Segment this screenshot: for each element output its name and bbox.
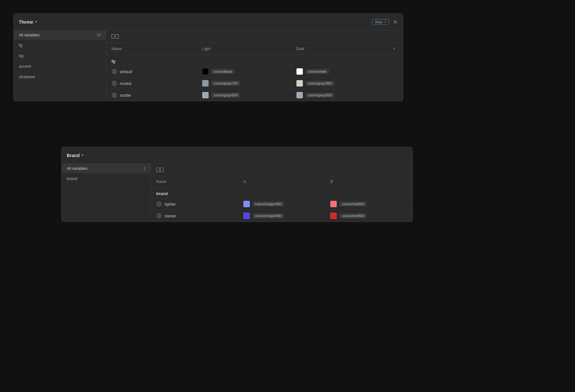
page-wrapper: Theme ▾ Beta ↗ ✕ All variables 10 fg (0, 0, 575, 392)
theme-table: Name Light Dark ＋ fg (106, 43, 403, 101)
brand-sidebar: All variables 2 brand (62, 164, 151, 222)
color-swatch (202, 68, 209, 75)
theme-all-variables-label: All variables (19, 33, 40, 37)
svg-point-0 (112, 69, 117, 74)
svg-point-8 (157, 214, 161, 218)
svg-point-9 (158, 215, 160, 217)
table-row: muted colors/gray/700 (106, 78, 403, 89)
external-link-icon: ↗ (384, 20, 386, 24)
color-tag: colors/indigo/400 (252, 201, 284, 207)
theme-subtle-dark[interactable]: colors/gray/500 (296, 92, 380, 98)
theme-default-dark[interactable]: colors/white (296, 68, 380, 75)
svg-point-2 (112, 81, 117, 86)
col-header-add[interactable]: ＋ (385, 43, 403, 55)
color-swatch (243, 213, 250, 219)
color-tag: colors/gray/700 (211, 81, 240, 86)
alias-icon (111, 80, 117, 86)
theme-default-light[interactable]: colors/black (202, 68, 286, 75)
beta-label: Beta (375, 20, 382, 24)
color-swatch (296, 92, 303, 98)
brand-table-area: Name A B brand (151, 164, 412, 222)
theme-title-text: Theme (19, 19, 33, 25)
var-name-muted: muted (111, 80, 192, 86)
sidebar-item-brand[interactable]: brand (62, 173, 151, 184)
color-swatch (202, 80, 209, 87)
color-tag: colors/black (211, 69, 235, 74)
color-tag: colors/gray/500 (305, 93, 334, 98)
svg-point-6 (157, 202, 161, 206)
table-row: default colors/black (106, 66, 403, 78)
sidebar-item-accent[interactable]: accent (14, 61, 106, 72)
var-name-default: default (111, 69, 192, 74)
color-swatch (202, 92, 209, 98)
theme-title: Theme ▾ (19, 19, 37, 25)
alias-icon (111, 69, 117, 74)
brand-col-header-name: Name (151, 176, 238, 187)
layout-toggle-icon[interactable] (111, 34, 119, 39)
var-name-darker: darker (156, 213, 233, 219)
brand-panel-header: Brand ▾ (62, 147, 412, 164)
brand-all-variables-row[interactable]: All variables 2 (62, 164, 151, 173)
col-header-dark: Dark (291, 43, 386, 55)
brand-lighter-a[interactable]: colors/indigo/400 (243, 201, 320, 207)
alias-icon (111, 92, 117, 98)
table-row: lighter colors/indigo/400 (151, 198, 412, 210)
theme-close-button[interactable]: ✕ (393, 19, 398, 25)
theme-group-fg: fg (106, 55, 403, 66)
var-name-lighter: lighter (156, 201, 233, 207)
theme-panel: Theme ▾ Beta ↗ ✕ All variables 10 fg (13, 13, 403, 101)
sidebar-item-shadows[interactable]: shadows (14, 72, 106, 82)
sidebar-item-bg[interactable]: bg (14, 50, 106, 61)
color-swatch (296, 68, 303, 75)
col-header-light: Light (197, 43, 291, 55)
color-tag: colors/red/400 (339, 201, 367, 207)
theme-panel-header: Theme ▾ Beta ↗ ✕ (14, 14, 403, 30)
beta-badge: Beta ↗ (372, 19, 389, 25)
brand-title: Brand ▾ (67, 153, 83, 158)
color-tag: colors/red/600 (339, 213, 367, 218)
theme-table-area: Name Light Dark ＋ fg (106, 30, 403, 101)
color-tag: colors/gray/500 (211, 93, 240, 98)
color-swatch (296, 80, 303, 87)
brand-lighter-b[interactable]: colors/red/400 (330, 201, 407, 207)
color-tag: colors/gray/300 (305, 81, 334, 86)
brand-table-toolbar (151, 164, 412, 176)
col-header-name: Name (106, 43, 197, 55)
brand-title-text: Brand (67, 153, 80, 158)
svg-point-7 (158, 203, 160, 205)
theme-sidebar: All variables 10 fg bg accent shadows (14, 30, 106, 101)
brand-group-brand: brand (151, 187, 412, 198)
brand-layout-toggle-icon[interactable] (156, 168, 164, 172)
theme-muted-light[interactable]: colors/gray/700 (202, 80, 286, 87)
svg-point-5 (113, 94, 115, 96)
alias-icon (156, 213, 162, 219)
var-name-subtle: subtle (111, 92, 192, 98)
color-tag: colors/white (305, 69, 329, 74)
alias-icon (156, 201, 162, 207)
brand-all-variables-label: All variables (67, 166, 88, 171)
theme-chevron-icon[interactable]: ▾ (35, 20, 37, 24)
theme-all-variables-row[interactable]: All variables 10 (14, 30, 106, 40)
color-tag: colors/indigo/600 (252, 213, 284, 218)
svg-point-4 (112, 93, 117, 97)
theme-subtle-light[interactable]: colors/gray/500 (202, 92, 286, 98)
brand-table: Name A B brand (151, 176, 412, 222)
brand-col-header-b: B (325, 176, 412, 187)
brand-panel: Brand ▾ All variables 2 brand (61, 147, 413, 222)
table-row: darker colors/indigo/600 (151, 210, 412, 222)
brand-chevron-icon[interactable]: ▾ (81, 153, 83, 157)
svg-point-1 (113, 71, 115, 72)
theme-all-variables-count: 10 (97, 33, 101, 37)
color-swatch (330, 213, 337, 219)
color-swatch (330, 201, 337, 207)
svg-point-3 (113, 82, 115, 84)
theme-panel-layout: All variables 10 fg bg accent shadows (14, 30, 403, 101)
color-swatch (243, 201, 250, 207)
brand-col-header-a: A (238, 176, 326, 187)
theme-table-toolbar (106, 30, 403, 43)
brand-darker-b[interactable]: colors/red/600 (330, 213, 407, 219)
theme-muted-dark[interactable]: colors/gray/300 (296, 80, 380, 87)
sidebar-item-fg[interactable]: fg (14, 40, 106, 50)
brand-darker-a[interactable]: colors/indigo/600 (243, 213, 320, 219)
theme-header-right: Beta ↗ ✕ (372, 19, 398, 25)
